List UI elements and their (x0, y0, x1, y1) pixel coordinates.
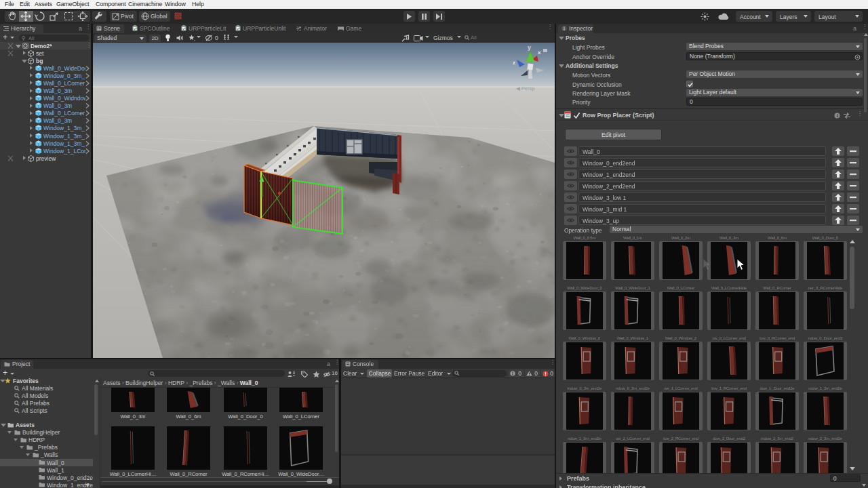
svg-text:z: z (513, 60, 515, 66)
svg-text:◀ Persp: ◀ Persp (516, 85, 534, 92)
svg-text:y: y (528, 44, 531, 51)
svg-text:x: x (538, 49, 541, 56)
